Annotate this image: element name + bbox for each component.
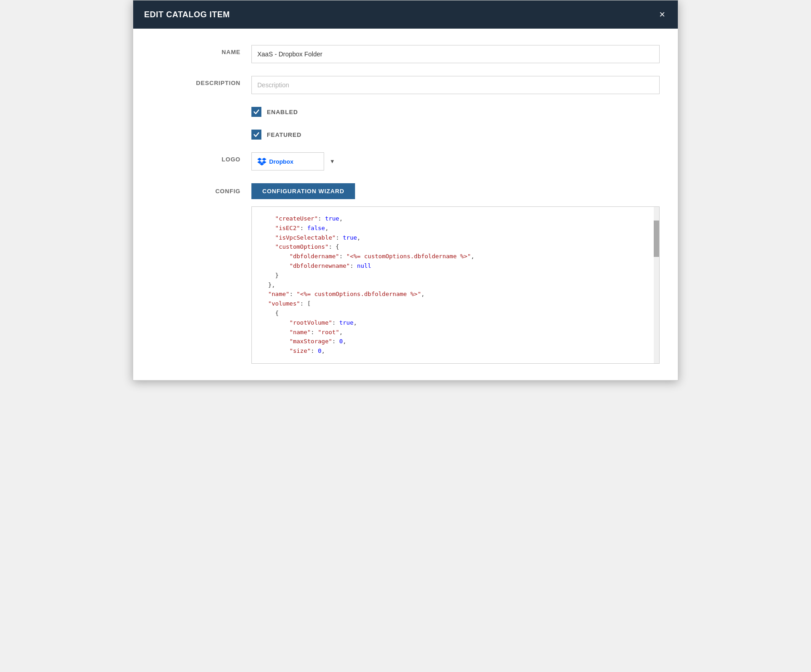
close-button[interactable]: × xyxy=(657,8,667,21)
code-line-4: "customOptions": { xyxy=(261,242,650,252)
logo-dropdown-arrow[interactable]: ▼ xyxy=(330,158,335,165)
dropbox-text: Dropbox xyxy=(269,158,293,165)
name-row: NAME xyxy=(151,45,660,63)
code-line-6: "dbfoldernewname": null xyxy=(261,261,650,271)
code-line-15: "size": 0, xyxy=(261,346,650,356)
edit-catalog-modal: EDIT CATALOG ITEM × NAME DESCRIPTION xyxy=(133,0,678,381)
name-label: NAME xyxy=(151,45,251,55)
featured-checkbox[interactable] xyxy=(251,130,261,140)
code-line-3: "isVpcSelectable": true, xyxy=(261,233,650,243)
modal-title: EDIT CATALOG ITEM xyxy=(144,10,230,20)
config-code: "createUser": true, "isEC2": false, "isV… xyxy=(261,214,650,356)
description-input[interactable] xyxy=(251,76,660,94)
featured-checkbox-wrap[interactable]: FEATURED xyxy=(251,130,301,140)
logo-select[interactable]: Dropbox xyxy=(251,152,324,171)
code-line-10: "volumes": [ xyxy=(261,299,650,309)
logo-label: LOGO xyxy=(151,152,251,163)
code-line-13: "name": "root", xyxy=(261,328,650,337)
description-row: DESCRIPTION xyxy=(151,76,660,94)
dropbox-icon xyxy=(257,158,266,165)
code-line-8: }, xyxy=(261,281,650,290)
code-line-2: "isEC2": false, xyxy=(261,224,650,233)
description-label: DESCRIPTION xyxy=(151,76,251,86)
code-line-7: } xyxy=(261,271,650,281)
logo-dropdown: Dropbox ▼ xyxy=(251,152,660,171)
code-line-1: "createUser": true, xyxy=(261,214,650,224)
name-field-wrap xyxy=(251,45,660,63)
modal-body: NAME DESCRIPTION ENABLED xyxy=(133,29,678,380)
code-line-12: "rootVolume": true, xyxy=(261,318,650,328)
featured-label: FEATURED xyxy=(267,131,301,138)
check-icon xyxy=(253,109,260,115)
enabled-checkbox-wrap[interactable]: ENABLED xyxy=(251,107,298,117)
scrollbar-track xyxy=(654,207,659,363)
description-field-wrap xyxy=(251,76,660,94)
featured-row: FEATURED xyxy=(151,130,660,140)
modal-header: EDIT CATALOG ITEM × xyxy=(133,0,678,29)
name-input[interactable] xyxy=(251,45,660,63)
code-line-9: "name": "<%= customOptions.dbfoldername … xyxy=(261,290,650,299)
config-label: CONFIG xyxy=(151,183,251,195)
config-right: CONFIGURATION WIZARD "createUser": true,… xyxy=(251,183,660,364)
code-line-11: { xyxy=(261,309,650,318)
enabled-row: ENABLED xyxy=(151,107,660,117)
logo-field-wrap: Dropbox ▼ xyxy=(251,152,660,171)
config-section: CONFIG CONFIGURATION WIZARD "createUser"… xyxy=(151,183,660,364)
dropbox-logo: Dropbox xyxy=(257,158,293,165)
enabled-checkbox[interactable] xyxy=(251,107,261,117)
check-icon-featured xyxy=(253,131,260,138)
config-wizard-button[interactable]: CONFIGURATION WIZARD xyxy=(251,183,355,199)
logo-row: LOGO Dropbox xyxy=(151,152,660,171)
code-line-14: "maxStorage": 0, xyxy=(261,337,650,346)
config-code-block[interactable]: "createUser": true, "isEC2": false, "isV… xyxy=(251,206,660,364)
code-line-5: "dbfoldername": "<%= customOptions.dbfol… xyxy=(261,252,650,261)
enabled-label: ENABLED xyxy=(267,109,298,115)
scrollbar-thumb[interactable] xyxy=(654,221,659,257)
